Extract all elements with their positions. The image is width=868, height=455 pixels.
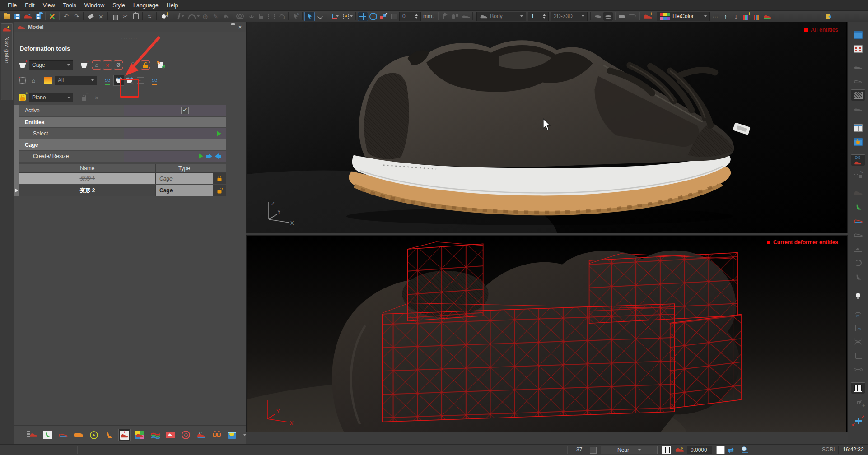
spline-button[interactable]: ≈	[145, 12, 155, 21]
sole-preview-button[interactable]	[461, 12, 471, 21]
layout-window-button[interactable]	[851, 29, 865, 41]
clear-selection-button[interactable]: ×	[91, 92, 102, 103]
mode-2d-3d-dropdown[interactable]: 2D->3D	[551, 12, 588, 21]
heel-button[interactable]	[851, 271, 865, 283]
align-cross-button[interactable]: ↗↙	[851, 415, 865, 427]
copy-button[interactable]	[110, 12, 120, 21]
add-color-bars-button[interactable]: +	[741, 12, 751, 21]
camera-button[interactable]	[180, 429, 192, 441]
remove-color-bars-button[interactable]: −	[751, 12, 762, 21]
sole-gray-button[interactable]	[851, 229, 865, 241]
vamp-stitch-button[interactable]: ŮŮ	[210, 429, 223, 441]
deselect-button[interactable]: ×	[290, 12, 301, 21]
sole-window-3-button[interactable]	[851, 103, 865, 115]
pin-icon[interactable]	[233, 25, 233, 28]
pencil-button[interactable]: ✎	[210, 12, 221, 21]
flatten-b-button[interactable]	[603, 12, 613, 21]
shoe-sparkle-button[interactable]	[195, 429, 207, 441]
sole-window-1-button[interactable]	[851, 61, 865, 73]
lock-window-button[interactable]	[851, 136, 865, 148]
point-button[interactable]	[221, 12, 231, 21]
lamp-icon[interactable]	[742, 446, 748, 453]
wireframe-cube-button[interactable]	[17, 75, 28, 86]
rotate-button[interactable]	[851, 257, 865, 269]
offset-spinner[interactable]	[415, 14, 418, 19]
delete-cross-button[interactable]: ×	[96, 12, 106, 21]
menu-view[interactable]: View	[39, 0, 59, 11]
part-count-arrows[interactable]	[543, 14, 546, 19]
menu-style[interactable]: Style	[108, 0, 129, 11]
show-deformer-handles-button[interactable]	[103, 75, 113, 86]
active-value-cell[interactable]: ✓	[124, 105, 226, 116]
colorway-shoe-button[interactable]	[762, 12, 772, 21]
delete-selection-button[interactable]: ×	[102, 60, 113, 70]
select-curve-button[interactable]	[315, 12, 325, 21]
chat-window-button[interactable]	[226, 429, 238, 441]
markup-tools-button[interactable]	[47, 12, 57, 21]
texture-window-button[interactable]	[851, 89, 865, 101]
shoe-list-button[interactable]	[26, 429, 38, 441]
deformer-1-name[interactable]: 变形 1	[79, 175, 95, 182]
undo-button[interactable]: ↶	[61, 12, 71, 21]
sole-outline-button[interactable]	[57, 429, 69, 441]
status-toggle-checkbox[interactable]	[590, 447, 597, 454]
fit-home-button[interactable]: ⌂	[91, 60, 102, 70]
curves-mirror-button[interactable]	[851, 336, 865, 348]
image-red-button[interactable]	[164, 429, 177, 441]
add-lock-plane-button[interactable]: +	[17, 92, 28, 103]
deformer-1-lock[interactable]	[213, 173, 226, 184]
menu-language[interactable]: Language	[129, 0, 163, 11]
create-resize-value-cell[interactable]	[124, 151, 226, 162]
corner-ruler-button[interactable]	[851, 350, 865, 362]
eye-shoe-window-button[interactable]	[851, 154, 865, 166]
curve-point-button[interactable]	[245, 12, 256, 21]
pattern-pieces-button[interactable]	[450, 12, 461, 21]
import-shoe-button[interactable]	[23, 12, 33, 21]
viewport-current-deformer[interactable]: Current deformer entities Y X	[246, 235, 848, 432]
near-dropdown[interactable]: Near	[601, 446, 658, 454]
table-row-selected[interactable]: 变形 2 Cage	[19, 185, 226, 196]
image-gray-button[interactable]	[851, 243, 865, 255]
link-button[interactable]	[235, 12, 245, 21]
home-view-button[interactable]: ⌂	[28, 75, 39, 86]
body-part-dropdown[interactable]: Body	[476, 12, 526, 21]
type-column-header[interactable]: Type	[156, 164, 213, 172]
select-value-cell[interactable]	[124, 128, 226, 139]
move-button[interactable]	[358, 12, 368, 21]
lasso-button[interactable]	[368, 12, 378, 21]
filter-dropdown[interactable]: All	[55, 76, 97, 85]
split-window-button[interactable]	[851, 122, 865, 134]
name-column-header[interactable]: Name	[19, 164, 156, 172]
high-heel-button[interactable]	[103, 429, 115, 441]
sole-window-2-button[interactable]	[851, 75, 865, 87]
placeholder-button[interactable]	[389, 12, 399, 21]
palette-dropdown[interactable]: HeiColor	[657, 12, 710, 21]
menu-window[interactable]: Window	[80, 0, 108, 11]
active-checkbox[interactable]: ✓	[181, 107, 189, 114]
curve-eye-button[interactable]	[851, 308, 865, 320]
cut-button[interactable]: ✂	[120, 12, 131, 21]
windows-shoes-button[interactable]	[851, 43, 865, 55]
status-price-shoe-icon[interactable]: $	[675, 446, 684, 453]
status-barcode-icon[interactable]	[662, 446, 671, 454]
menu-edit[interactable]: Edit	[21, 0, 39, 11]
deformer-2-lock[interactable]	[213, 185, 226, 196]
circle-arrow-button[interactable]	[88, 429, 100, 441]
offset-value-input[interactable]: 0	[399, 12, 421, 21]
select-go-icon[interactable]	[217, 131, 221, 136]
insole-import-button[interactable]: ↓	[42, 429, 54, 441]
add-colorway-button[interactable]: +	[641, 12, 654, 21]
sole-side-button[interactable]	[72, 429, 84, 441]
table-row[interactable]: 变形 1 Cage	[19, 173, 226, 184]
save-cloud-button[interactable]	[33, 12, 43, 21]
ruler-button[interactable]	[175, 12, 187, 21]
navigator-tab[interactable]: Navigator	[1, 23, 13, 100]
barcode-button[interactable]	[851, 382, 865, 394]
save-button[interactable]	[12, 12, 23, 21]
sole-flat-a-button[interactable]	[617, 12, 627, 21]
measure-flag-button[interactable]	[440, 12, 450, 21]
menu-tools[interactable]: Tools	[59, 0, 80, 11]
arc-button[interactable]	[187, 12, 200, 21]
zigzag-add-button[interactable]: +	[851, 396, 865, 408]
part-count-spinner[interactable]: 1	[528, 12, 549, 21]
